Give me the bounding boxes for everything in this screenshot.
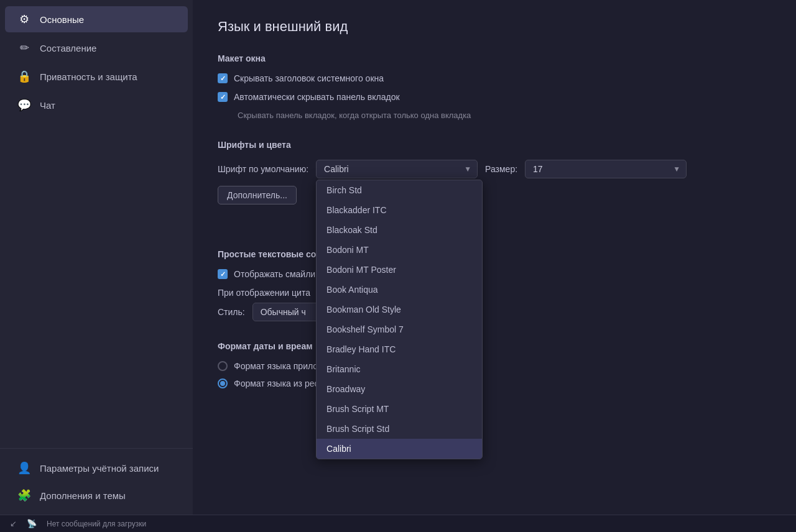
chat-icon: 💬 xyxy=(17,98,31,112)
quote-label: При отображении цита xyxy=(218,288,310,298)
font-label: Шрифт по умолчанию: xyxy=(218,164,308,174)
sidebar-item-general[interactable]: ⚙ Основные xyxy=(5,6,188,32)
edit-icon: ✏ xyxy=(17,41,31,55)
status-bar: ↙ 📡 Нет сообщений для загрузки xyxy=(0,515,796,532)
sidebar-item-account[interactable]: 👤 Параметры учётной записи xyxy=(5,455,188,481)
window-layout-title: Макет окна xyxy=(218,53,771,63)
size-select[interactable]: 17 xyxy=(525,160,687,178)
sidebar-item-privacy[interactable]: 🔒 Приватность и защита xyxy=(5,63,188,89)
dropdown-item-calibri[interactable]: Calibri xyxy=(317,439,482,459)
radio-row-1: Формат языка прило xyxy=(218,361,771,371)
sidebar-item-chat[interactable]: 💬 Чат xyxy=(5,92,188,118)
radio-app-language[interactable] xyxy=(218,361,228,371)
sidebar-item-label: Параметры учётной записи xyxy=(40,463,159,474)
account-icon: 👤 xyxy=(17,461,31,475)
checkbox-label-1: Скрывать заголовок системного окна xyxy=(234,73,384,83)
style-select-row: Стиль: Обычный ч ▼ xyxy=(218,303,771,321)
checkbox-row-2: Автоматически скрывать панель вкладок xyxy=(218,92,771,102)
arrow-icon: ↙ xyxy=(10,519,17,528)
page-title: Язык и внешний вид xyxy=(218,19,771,35)
gear-icon: ⚙ xyxy=(17,12,31,26)
size-label: Размер: xyxy=(485,164,517,174)
checkbox-hint: Скрывать панель вкладок, когда открыта т… xyxy=(238,111,771,120)
sidebar-item-addons[interactable]: 🧩 Дополнения и темы xyxy=(5,482,188,508)
sidebar-item-label: Основные xyxy=(40,14,84,25)
date-format-title: Формат даты и вреам xyxy=(218,341,771,351)
additional-button[interactable]: Дополнитель... xyxy=(218,186,297,204)
checkbox-hide-tabs[interactable] xyxy=(218,92,228,102)
sidebar-item-label: Дополнения и темы xyxy=(40,490,126,501)
dropdown-item[interactable]: Book Antiqua xyxy=(317,280,482,300)
style-row: При отображении цита xyxy=(218,288,771,298)
plain-text-section: Простые текстовые со Отображать смайли П… xyxy=(218,249,771,321)
dropdown-item[interactable]: Brush Script Std xyxy=(317,419,482,439)
dropdown-item[interactable]: Britannic xyxy=(317,359,482,379)
sidebar-item-label: Чат xyxy=(40,100,55,111)
window-layout-section: Макет окна Скрывать заголовок системного… xyxy=(218,53,771,120)
size-select-wrapper: 17 ▼ xyxy=(525,160,687,178)
dropdown-item[interactable]: Bodoni MT xyxy=(317,240,482,260)
dropdown-item[interactable]: Bookman Old Style xyxy=(317,300,482,319)
addon-icon: 🧩 xyxy=(17,488,31,502)
fonts-colors-title: Шрифты и цвета xyxy=(218,140,771,150)
dropdown-item[interactable]: Broadway xyxy=(317,379,482,399)
dropdown-item[interactable]: Brush Script MT xyxy=(317,399,482,419)
sidebar: ⚙ Основные ✏ Составление 🔒 Приватность и… xyxy=(0,0,193,515)
font-select-wrapper: Calibri ▼ Birch Std Blackadder ITC Black… xyxy=(316,160,478,178)
dropdown-item[interactable]: Blackoak Std xyxy=(317,220,482,240)
dropdown-item[interactable]: Bookshelf Symbol 7 xyxy=(317,319,482,339)
radio-label-1: Формат языка прило xyxy=(234,361,318,371)
checkbox-label-2: Автоматически скрывать панель вкладок xyxy=(234,92,400,102)
checkbox-hide-titlebar[interactable] xyxy=(218,73,228,83)
style-label: Стиль: xyxy=(218,307,245,317)
dropdown-item[interactable]: Bradley Hand ITC xyxy=(317,339,482,359)
lock-icon: 🔒 xyxy=(17,70,31,83)
status-message: Нет сообщений для загрузки xyxy=(47,520,146,528)
date-format-section: Формат даты и вреам Формат языка прило Ф… xyxy=(218,341,771,388)
radio-region-language[interactable] xyxy=(218,378,228,388)
font-select[interactable]: Calibri xyxy=(316,160,478,178)
fonts-colors-section: Шрифты и цвета Шрифт по умолчанию: Calib… xyxy=(218,140,771,229)
checkbox-row-1: Скрывать заголовок системного окна xyxy=(218,73,771,83)
signal-icon: 📡 xyxy=(27,519,37,528)
dropdown-item[interactable]: Birch Std xyxy=(317,180,482,200)
plain-checkbox-row: Отображать смайли xyxy=(218,269,771,279)
checkbox-emoji[interactable] xyxy=(218,269,228,279)
sidebar-item-label: Приватность и защита xyxy=(40,71,137,82)
dropdown-item[interactable]: Blackadder ITC xyxy=(317,200,482,220)
radio-row-2: Формат языка из рессия) xyxy=(218,378,771,388)
plain-checkbox-label: Отображать смайли xyxy=(234,269,315,279)
font-row: Шрифт по умолчанию: Calibri ▼ Birch Std … xyxy=(218,160,771,204)
sidebar-item-label: Составление xyxy=(40,43,96,53)
font-dropdown: Birch Std Blackadder ITC Blackoak Std Bo… xyxy=(316,180,483,459)
sidebar-item-compose[interactable]: ✏ Составление xyxy=(5,35,188,61)
dropdown-item[interactable]: Bodoni MT Poster xyxy=(317,260,482,280)
main-content: Язык и внешний вид Макет окна Скрывать з… xyxy=(193,0,796,515)
plain-text-title: Простые текстовые со xyxy=(218,249,771,259)
